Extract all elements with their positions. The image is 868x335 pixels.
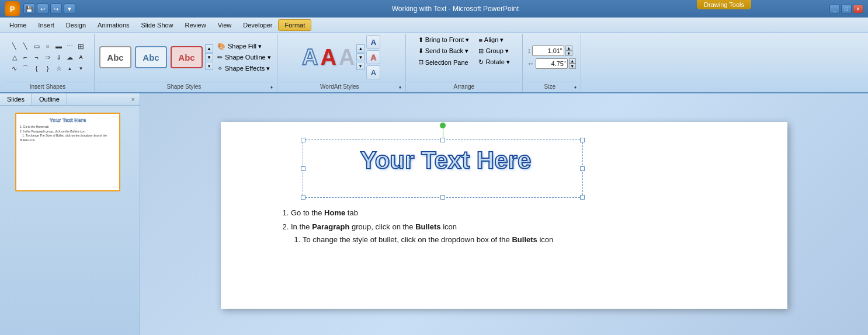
angle2-shape-btn[interactable]: ¬ [32,52,42,62]
curve-btn[interactable]: ⌒ [20,63,31,74]
slide-thumbnail-1[interactable]: Your Text Here 1. Go to the Home tab 2. … [15,113,120,191]
ribbon-group-wordart: A A A ▲ ▼ ▾ A A A WordArt Styles ⬧ [277,34,406,92]
menu-review[interactable]: Review [179,20,212,30]
oval-shape-btn[interactable]: ○ [43,41,53,51]
size-expand[interactable]: ⬧ [574,83,577,90]
save-button[interactable]: 💾 [23,4,35,14]
handle-bl[interactable] [301,195,305,200]
menu-animations[interactable]: Animations [92,20,135,30]
handle-tl[interactable] [301,138,305,142]
bold-bullets: Bullets [415,222,440,231]
width-up[interactable]: ▲ [569,58,576,64]
size-label: Size ⬧ [526,82,577,91]
menu-home[interactable]: Home [4,20,32,30]
effects-label: Shape Effects ▾ [225,65,270,72]
styles-scroll-up[interactable]: ▲ [205,44,213,53]
text-outline-btn[interactable]: A [366,50,380,64]
bold-paragraph: Paragraph [312,222,349,231]
text-fill-btn[interactable]: A [366,35,380,49]
scroll-up-btn[interactable]: ▲ [65,63,75,74]
undo-button[interactable]: ↩ [37,4,48,14]
maximize-button[interactable]: □ [841,5,852,13]
wordart-expand[interactable]: ⬧ [398,83,402,90]
ribbon: ╲ ╲ ▭ ○ ▬ ⋯ ⊞ △ ⌐ ¬ ⇒ ⇓ ☁ A ∿ [0,33,868,93]
canvas-area: Your Text Here Go to the Home tab In the… [140,93,868,335]
align-btn[interactable]: ≡ Align ▾ [476,35,512,45]
wordart-scroll-dn[interactable]: ▼ [356,53,364,61]
size-content: ↕ ▲ ▼ ↔ ▲ ▼ [527,35,576,82]
send-to-back-btn[interactable]: ⬇ Send to Back ▾ [416,46,472,56]
shape-outline-btn[interactable]: ✏ Shape Outline ▾ [215,53,273,62]
shape-style-2[interactable]: Abc [135,46,167,68]
shape-effects-btn[interactable]: ✧ Shape Effects ▾ [215,64,273,74]
styles-list: Abc Abc Abc ▲ ▼ ▾ [98,44,213,70]
title-bar: P 💾 ↩ ↪ ▼ Working with Text - Microsoft … [0,0,868,18]
ribbon-inner: ╲ ╲ ▭ ○ ▬ ⋯ ⊞ △ ⌐ ¬ ⇒ ⇓ ☁ A ∿ [0,33,868,92]
star-btn[interactable]: ☆ [54,63,64,74]
menu-format[interactable]: Format [278,19,311,31]
more-shapes-btn[interactable]: ⋯ [65,41,75,51]
height-icon: ↕ [527,47,531,55]
down-arrow-btn[interactable]: ⇓ [54,52,64,62]
styles-scroll-dn[interactable]: ▼ [205,53,213,61]
shape-styles-label: Shape Styles ⬧ [98,82,273,91]
triangle-shape-btn[interactable]: △ [9,52,20,62]
tab-outline[interactable]: Outline [32,93,67,105]
shape-style-1[interactable]: Abc [99,46,131,68]
brace2-btn[interactable]: } [43,63,53,74]
menu-developer[interactable]: Developer [237,20,278,30]
menu-view[interactable]: View [212,20,238,30]
wordart-letter-gray-A[interactable]: A [339,45,355,70]
group-btn[interactable]: ⊞ Group ▾ [476,46,512,56]
menu-slideshow[interactable]: Slide Show [136,20,179,30]
handle-ml[interactable] [301,166,305,171]
text-shape-btn[interactable]: A [76,52,86,62]
scroll-dn-btn[interactable]: ▼ [76,63,86,74]
height-up[interactable]: ▲ [565,46,572,51]
panel-close-btn[interactable]: × [127,93,140,105]
cloud-shape-btn[interactable]: ☁ [65,52,75,62]
handle-tm[interactable] [440,138,445,142]
angle-shape-btn[interactable]: ⌐ [20,52,31,62]
width-input[interactable] [536,58,568,69]
tab-slides[interactable]: Slides [0,93,32,105]
handle-tr[interactable] [580,138,585,142]
shape-styles-expand[interactable]: ⬧ [270,83,273,90]
handle-br[interactable] [580,195,585,200]
selection-pane-btn[interactable]: ⊡ Selection Pane [416,57,472,67]
rect2-shape-btn[interactable]: ▬ [54,41,64,51]
bring-to-front-btn[interactable]: ⬆ Bring to Front ▾ [416,35,472,45]
text-effects-btn[interactable]: A [366,65,380,79]
wordart-scroll-more[interactable]: ▾ [356,62,364,70]
handle-bm[interactable] [440,195,445,200]
shape-fill-btn[interactable]: 🎨 Shape Fill ▾ [215,41,273,51]
align-icon: ≡ [478,37,482,44]
menu-design[interactable]: Design [60,20,92,30]
minimize-button[interactable]: _ [829,5,840,13]
height-dn[interactable]: ▼ [565,51,572,56]
close-button[interactable]: × [853,5,863,13]
brace-btn[interactable]: { [32,63,42,74]
wordart-scroll-up[interactable]: ▲ [356,44,364,53]
align-label: Align ▾ [484,36,504,44]
customize-button[interactable]: ▼ [64,4,75,14]
height-input[interactable] [532,46,564,56]
slide-tabs: Slides Outline × [0,93,140,106]
arrange-icon[interactable]: ⊞ [76,41,86,51]
styles-scroll-more[interactable]: ▾ [205,62,213,70]
menu-insert[interactable]: Insert [32,20,60,30]
rotate-handle[interactable] [440,123,446,128]
wordart-letter-outline-A[interactable]: A [302,45,318,70]
wordart-letters: A A A [302,45,355,70]
freeform-btn[interactable]: ∿ [9,63,20,74]
redo-button[interactable]: ↪ [50,4,62,14]
rect-shape-btn[interactable]: ▭ [32,41,42,51]
wordart-letter-red-A[interactable]: A [321,45,336,70]
line-shape-btn[interactable]: ╲ [20,41,31,51]
width-dn[interactable]: ▼ [569,64,576,69]
height-field: ↕ ▲ ▼ [527,46,576,56]
rotate-btn[interactable]: ↻ Rotate ▾ [476,57,512,67]
arrow-shape-btn[interactable]: ⇒ [43,52,53,62]
select-shape-btn[interactable]: ╲ [9,41,20,51]
shape-style-3[interactable]: Abc [171,46,203,68]
